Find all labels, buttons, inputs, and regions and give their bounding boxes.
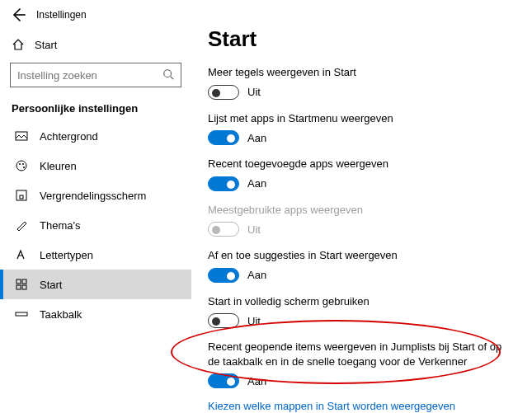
picture-icon [15,129,28,143]
svg-rect-11 [22,285,26,289]
toggle-state-text: Uit [247,315,261,327]
back-arrow-icon [10,7,26,23]
sidebar-item-label: Vergrendelingsscherm [40,190,146,202]
setting-row: Start in volledig scherm gebruikenUit [208,294,524,329]
toggle-state-text: Aan [247,132,266,144]
svg-rect-7 [20,195,23,199]
setting-label: Start in volledig scherm gebruiken [208,294,505,309]
setting-row: Lijst met apps in Startmenu weergevenAan [208,111,524,146]
sidebar-item-start[interactable]: Start [0,270,191,299]
search-input[interactable] [17,69,149,82]
sidebar-item-taskbar[interactable]: Taakbalk [0,299,191,329]
sidebar-item-label: Kleuren [40,160,77,172]
search-input-container[interactable] [10,63,181,87]
setting-row: Recent geopende items weergeven in Jumpl… [208,340,524,388]
home-icon [12,38,25,51]
search-icon [162,68,174,82]
toggle-switch[interactable] [208,176,239,191]
svg-point-3 [19,163,21,165]
sidebar-item-colors[interactable]: Kleuren [0,151,191,181]
toggle-switch[interactable] [208,268,239,283]
toggle-state-text: Aan [247,177,266,190]
font-icon [15,248,28,261]
setting-label: Meestgebruikte apps weergeven [208,203,505,218]
svg-point-0 [164,69,172,77]
choose-folders-link[interactable]: Kiezen welke mappen in Start worden weer… [208,400,524,412]
sidebar-item-label: Achtergrond [40,130,98,143]
home-button[interactable]: Start [0,33,191,56]
sidebar-item-label: Thema's [40,219,80,232]
taskbar-icon [15,307,28,321]
svg-rect-8 [16,279,21,284]
back-button[interactable] [10,7,26,23]
svg-point-2 [16,161,26,171]
setting-row: Recent toegevoegde apps weergevenAan [208,157,524,191]
svg-rect-12 [16,312,27,316]
setting-label: Recent toegevoegde apps weergeven [208,157,505,171]
svg-rect-9 [22,279,26,284]
sidebar-item-background[interactable]: Achtergrond [0,121,191,151]
toggle-switch[interactable] [208,85,239,100]
page-title: Start [208,26,524,52]
start-icon [15,278,28,291]
sidebar-item-label: Taakbalk [40,308,82,321]
setting-label: Recent geopende items weergeven in Jumpl… [208,340,505,368]
toggle-state-text: Aan [247,375,266,387]
palette-icon [15,159,28,172]
toggle-switch [208,222,239,237]
sidebar-item-themes[interactable]: Thema's [0,210,191,240]
sidebar-item-label: Start [40,279,62,291]
toggle-switch[interactable] [208,373,239,388]
home-label: Start [35,39,57,51]
toggle-switch[interactable] [208,313,239,328]
setting-label: Lijst met apps in Startmenu weergeven [208,111,505,126]
setting-label: Af en toe suggesties in Start weergeven [208,248,505,263]
svg-rect-1 [16,132,27,140]
lockscreen-icon [15,189,28,202]
setting-row: Af en toe suggesties in Start weergevenA… [208,248,524,283]
category-header: Persoonlijke instellingen [0,99,191,121]
svg-point-5 [23,167,25,168]
setting-row: Meer tegels weergeven in StartUit [208,65,524,100]
svg-rect-10 [16,285,21,289]
toggle-state-text: Uit [247,223,261,236]
brush-icon [15,218,28,232]
toggle-state-text: Uit [247,86,261,98]
setting-row: Meestgebruikte apps weergevenUit [208,203,524,237]
sidebar-item-fonts[interactable]: Lettertypen [0,240,191,270]
app-title: Instellingen [36,9,87,21]
setting-label: Meer tegels weergeven in Start [208,65,505,80]
toggle-state-text: Aan [247,269,266,281]
toggle-switch[interactable] [208,130,239,145]
svg-point-4 [22,163,24,165]
sidebar-item-lockscreen[interactable]: Vergrendelingsscherm [0,181,191,210]
sidebar-item-label: Lettertypen [40,249,93,261]
